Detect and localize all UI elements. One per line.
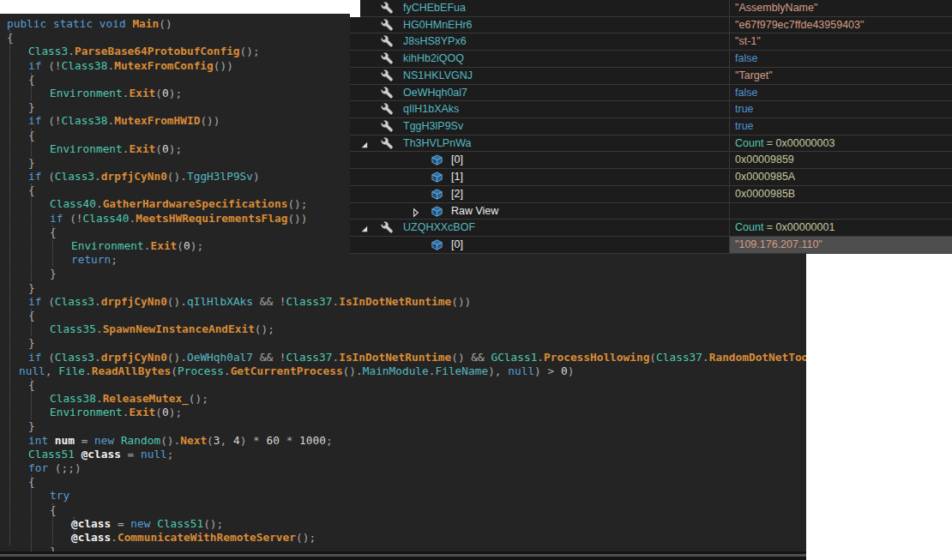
watch-name-label: HG0HMnEHr6 (403, 17, 473, 33)
watch-name-label: OeWHqh0al7 (403, 85, 467, 101)
watch-value-label: true (735, 103, 754, 115)
expander-open-icon[interactable] (359, 138, 370, 149)
code-line: @class.CommunicateWithRemoteServer(); (0, 531, 806, 545)
code-line: return; (0, 253, 806, 267)
code-line: if (Class3.drpfjCyNn0().qIlHlbXAks && !C… (0, 295, 806, 309)
watch-value-cell: "st-1" (729, 33, 952, 50)
watch-row-uzqhxxcbof[interactable]: UZQHXXcBOFCount = 0x00000001 (350, 220, 952, 237)
watch-row-qilh1bxaks[interactable]: qIlH1bXAkstrue (350, 101, 952, 118)
code-line: } (0, 336, 806, 350)
watch-value-cell: false (729, 85, 952, 101)
watch-value-cell: 0x0000985B (729, 186, 952, 202)
code-line: { (0, 378, 806, 392)
watch-row--1-[interactable]: [1]0x0000985A (350, 169, 952, 186)
expander-closed-icon[interactable] (410, 206, 421, 217)
cube-icon (431, 205, 443, 218)
wrench-icon (381, 69, 394, 82)
code-line: int num = new Random().Next(3, 4) * 60 *… (0, 434, 806, 448)
watch-name-cell: kihHb2iQOQ (350, 51, 729, 67)
watch-value-cell: "109.176.207.110" (729, 237, 952, 253)
code-line: if (Class3.drpfjCyNn0().OeWHqh0al7 && !C… (0, 351, 806, 364)
watch-value-cell: "Target" (729, 68, 952, 84)
watch-row--2-[interactable]: [2]0x0000985B (350, 186, 952, 203)
window-edge-line (0, 554, 806, 557)
watch-value-cell (729, 203, 952, 220)
count-label: Count (735, 221, 763, 233)
watch-value-cell: true (729, 101, 952, 117)
watch-row-hg0hmnehr6[interactable]: HG0HMnEHr6"e67f979ec7ffde43959403" (350, 17, 952, 34)
code-line: { (0, 503, 806, 517)
count-value: = 0x00000001 (763, 221, 835, 233)
watch-name-label: Raw View (451, 203, 498, 220)
watch-row-ns1hklvgnj[interactable]: NS1HKLVGNJ"Target" (350, 68, 952, 85)
watch-value-label: "e67f979ec7ffde43959403" (735, 19, 864, 31)
watch-name-cell: TggH3lP9Sv (350, 118, 729, 135)
watch-row-tggh3lp9sv[interactable]: TggH3lP9Svtrue (350, 118, 952, 135)
code-line: Class35.SpawnNewInstanceAndExit(); (0, 322, 806, 336)
watch-name-label: NS1HKLVGNJ (403, 68, 473, 84)
watch-value-label: 0x0000985B (735, 188, 795, 200)
watch-name-cell: [1] (350, 169, 729, 185)
watch-row-kihhb2iqoq[interactable]: kihHb2iQOQfalse (350, 51, 952, 68)
watch-name-cell: [2] (350, 186, 729, 202)
watch-name-cell: Th3HVLPnWa (350, 135, 729, 152)
count-label: Count (735, 137, 763, 149)
watch-row--0-[interactable]: [0]0x00009859 (350, 152, 952, 169)
cube-icon (431, 154, 443, 166)
code-line: Class38.ReleaseMutex_(); (0, 392, 806, 406)
watch-name-label: TggH3lP9Sv (403, 118, 463, 135)
watch-name-cell: fyCHEbEFua (350, 0, 729, 16)
count-value: = 0x00000003 (763, 137, 835, 149)
cube-icon (431, 188, 443, 201)
watch-value-cell: "AssemblyName" (729, 0, 952, 16)
code-line: Class51 @class = null; (0, 448, 806, 461)
watch-name-label: Th3HVLPnWa (403, 135, 471, 152)
watch-value-cell: true (729, 118, 952, 135)
watch-name-cell: NS1HKLVGNJ (350, 68, 729, 84)
watch-value-cell: "e67f979ec7ffde43959403" (729, 17, 952, 33)
watch-value-label: "109.176.207.110" (735, 238, 822, 250)
watch-name-label: UZQHXXcBOF (403, 220, 475, 236)
cube-icon (431, 171, 443, 184)
watch-name-label: [1] (451, 169, 463, 185)
window-bottom-edge (0, 551, 806, 560)
watch-name-cell: qIlH1bXAks (350, 101, 729, 117)
code-line: for (;;) (0, 461, 806, 475)
watch-value-cell: false (729, 51, 952, 67)
watch-name-cell: OeWHqh0al7 (350, 85, 729, 101)
code-line: @class = new Class51(); (0, 517, 806, 531)
code-line: } (0, 281, 806, 295)
wrench-icon (381, 2, 394, 15)
watch-value-label: 0x00009859 (735, 154, 794, 166)
wrench-icon (381, 221, 394, 234)
wrench-icon (381, 120, 394, 133)
watch-name-label: [0] (451, 237, 463, 253)
watch-row-oewhqh0al7[interactable]: OeWHqh0al7false (350, 85, 952, 102)
watch-value-label: false (735, 87, 757, 99)
code-line: null, File.ReadAllBytes(Process.GetCurre… (0, 364, 806, 378)
code-line: try (0, 489, 806, 503)
code-line: } (0, 419, 806, 433)
watch-row--0-[interactable]: [0]"109.176.207.110" (350, 237, 952, 254)
watch-row-fychebefua[interactable]: fyCHEbEFua"AssemblyName" (350, 0, 952, 17)
wrench-icon (381, 52, 394, 65)
watch-value-cell: 0x0000985A (729, 169, 952, 185)
watch-value-cell: 0x00009859 (729, 152, 952, 168)
watch-row-raw-view[interactable]: Raw View (350, 203, 952, 220)
watch-name-cell: HG0HMnEHr6 (350, 17, 729, 33)
wrench-icon (381, 103, 394, 116)
watch-panel[interactable]: fyCHEbEFua"AssemblyName"HG0HMnEHr6"e67f9… (350, 0, 952, 254)
code-line: Environment.Exit(0); (0, 406, 806, 419)
watch-name-cell: Raw View (350, 203, 729, 220)
watch-value-label: false (735, 52, 757, 64)
wrench-icon (381, 137, 394, 150)
watch-name-label: qIlH1bXAks (403, 101, 459, 117)
watch-value-label: "Target" (735, 69, 773, 81)
watch-row-th3hvlpnwa[interactable]: Th3HVLPnWaCount = 0x00000003 (350, 135, 952, 153)
watch-name-label: J8sHS8YPx6 (403, 33, 467, 50)
code-line: { (0, 475, 806, 489)
watch-row-j8shs8ypx6[interactable]: J8sHS8YPx6"st-1" (350, 33, 952, 51)
expander-open-icon[interactable] (359, 222, 370, 233)
wrench-icon (381, 19, 394, 32)
cube-icon (431, 238, 443, 251)
